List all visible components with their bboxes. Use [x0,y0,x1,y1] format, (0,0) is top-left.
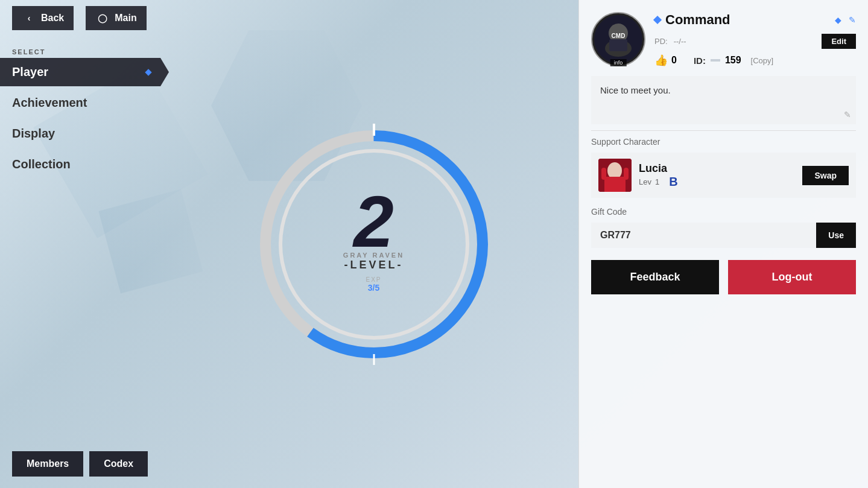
exp-section: EXP 3/5 [343,276,404,293]
svg-point-13 [610,163,619,173]
like-icon: 👍 [654,54,668,67]
exp-value: 3/5 [343,283,404,293]
bio-edit-icon[interactable]: ✎ [844,110,851,119]
bottom-buttons: Members Codex [0,440,169,488]
feedback-button[interactable]: Feedback [591,260,719,294]
sidebar-collection-label: Collection [12,157,71,171]
char-avatar [598,159,632,192]
back-icon: ‹ [22,11,36,25]
char-level-value: 1 [655,177,659,186]
members-button[interactable]: Members [12,451,83,477]
support-title: Support Character [591,137,856,147]
char-name: Lucia [639,162,795,175]
svg-rect-12 [604,177,626,192]
like-count: 0 [671,55,677,66]
bio-section: Nice to meet you. ✎ [591,76,856,124]
char-level-label: Lev [639,177,651,186]
char-info: Lucia Lev 1 B [639,162,795,189]
left-sidebar: SELECT Player Achievement Display Collec… [0,36,169,440]
gift-code-input[interactable] [591,223,816,248]
level-center: 2 GRAY RAVEN -LEVEL- EXP 3/5 [343,185,404,293]
sidebar-item-achievement[interactable]: Achievement [0,89,169,117]
sidebar-achievement-label: Achievement [12,96,87,109]
id-row: 👍 0 ID: 159 [Copy] [654,54,856,67]
sidebar-item-player[interactable]: Player [0,58,169,86]
exp-sub-label: EXP [343,276,404,283]
center-area: 2 GRAY RAVEN -LEVEL- EXP 3/5 [169,0,578,488]
id-number: 159 [725,55,741,66]
sidebar-display-label: Display [12,127,55,140]
main-icon: ◯ [95,11,110,25]
main-button[interactable]: ◯ Main [86,6,146,30]
gray-raven-text: GRAY RAVEN [343,252,404,259]
svg-rect-15 [624,168,629,180]
char-level: Lev 1 B [639,175,795,189]
copy-button[interactable]: [Copy] [751,56,774,65]
avatar-info-label: info [610,59,627,66]
sidebar-item-display[interactable]: Display [0,119,169,148]
logout-button[interactable]: Log-out [728,260,856,294]
top-navigation: ‹ Back ◯ Main [0,0,868,36]
bio-text: Nice to meet you. [600,85,671,95]
pd-value: --/-- [674,37,816,46]
back-button[interactable]: ‹ Back [12,6,74,30]
support-character-box: Lucia Lev 1 B Swap [591,153,856,198]
gift-input-row: Use [591,223,856,248]
like-section: 👍 0 [654,54,677,67]
id-box [711,59,720,62]
svg-rect-14 [601,168,606,180]
pd-label: PD: [654,37,668,46]
level-number: 2 [343,185,404,258]
select-label: SELECT [0,48,169,55]
level-labels: GRAY RAVEN -LEVEL- [343,252,404,271]
gift-title: Gift Code [591,207,856,217]
active-dot [145,69,151,75]
swap-button[interactable]: Swap [802,166,849,185]
gift-section: Gift Code Use [591,207,856,248]
sidebar-item-collection[interactable]: Collection [0,150,169,179]
svg-rect-8 [609,39,627,51]
main-label: Main [115,13,136,24]
back-label: Back [41,13,64,24]
char-b-icon: B [669,175,677,189]
codex-button[interactable]: Codex [89,451,148,477]
divider [591,130,856,131]
id-label: ID: [694,55,706,66]
right-panel: CMD info Command ◆ ✎ PD: --/-- Edit [578,0,868,488]
sidebar-player-label: Player [12,65,48,79]
right-bottom-buttons: Feedback Log-out [591,260,856,294]
level-circle: 2 GRAY RAVEN -LEVEL- EXP 3/5 [247,118,501,371]
use-button[interactable]: Use [816,223,856,248]
level-text: -LEVEL- [343,259,404,271]
